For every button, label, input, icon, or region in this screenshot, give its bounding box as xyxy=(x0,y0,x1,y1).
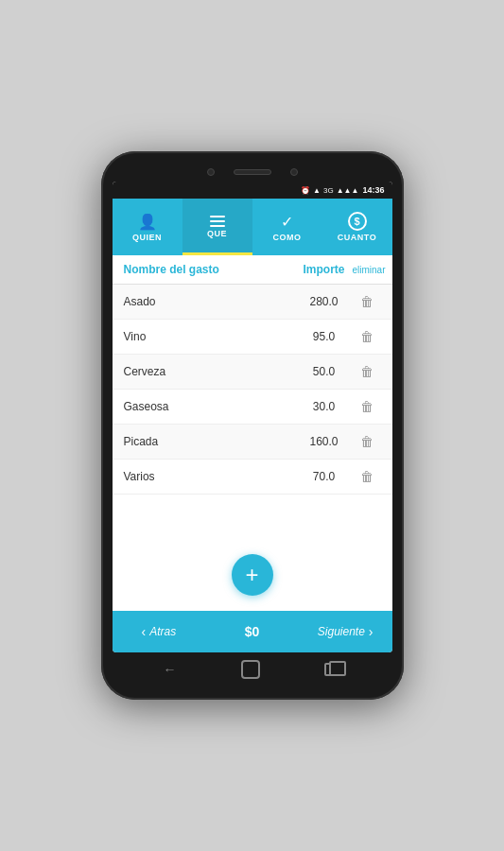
trash-icon-5: 🗑 xyxy=(360,469,374,484)
back-arrow-icon: ‹ xyxy=(141,624,146,639)
hw-home-button[interactable] xyxy=(241,660,260,679)
add-button-container: + xyxy=(113,539,392,611)
expense-name: Varios xyxy=(124,470,296,483)
expense-amount: 30.0 xyxy=(296,400,353,413)
table-row: Varios 70.0 🗑 xyxy=(113,460,392,495)
trash-icon-0: 🗑 xyxy=(360,294,374,309)
delete-button-5[interactable]: 🗑 xyxy=(353,469,381,484)
trash-icon-1: 🗑 xyxy=(360,329,374,344)
expense-name: Picada xyxy=(124,435,296,448)
tab-como-label: COMO xyxy=(273,233,302,242)
status-bar: ⏰ ▲ 3G ▲▲▲ 14:36 xyxy=(113,182,392,199)
table-row: Vino 95.0 🗑 xyxy=(113,320,392,355)
phone-top xyxy=(113,168,392,176)
expense-name: Asado xyxy=(124,295,296,308)
total-amount-display: $0 xyxy=(205,624,299,639)
next-arrow-icon: › xyxy=(369,624,374,639)
expense-table: Nombre del gasto Importe eliminar Asado … xyxy=(113,255,392,539)
tab-que[interactable]: QUE xyxy=(182,199,252,255)
network-label: 3G xyxy=(323,186,334,195)
check-icon: ✓ xyxy=(281,213,293,231)
table-row: Asado 280.0 🗑 xyxy=(113,285,392,320)
phone-frame: ⏰ ▲ 3G ▲▲▲ 14:36 👤 QUIEN QUE xyxy=(101,151,404,700)
wifi-icon: ▲ xyxy=(313,186,321,195)
total-amount: $0 xyxy=(245,624,260,639)
tab-quien-label: QUIEN xyxy=(132,233,162,242)
col-name-header: Nombre del gasto xyxy=(124,263,296,276)
tab-como[interactable]: ✓ COMO xyxy=(252,199,322,255)
back-label: Atras xyxy=(149,625,176,638)
signal-icon: ▲▲▲ xyxy=(337,186,359,195)
tab-bar: 👤 QUIEN QUE ✓ COMO $ CUANTO xyxy=(113,199,392,255)
next-label: Siguiente xyxy=(318,625,365,638)
hw-recents-button[interactable] xyxy=(324,663,341,676)
expense-amount: 280.0 xyxy=(296,295,353,308)
table-row: Cerveza 50.0 🗑 xyxy=(113,355,392,390)
expense-amount: 95.0 xyxy=(296,330,353,343)
camera xyxy=(207,168,215,176)
dollar-circle-icon: $ xyxy=(348,212,367,231)
delete-button-1[interactable]: 🗑 xyxy=(353,329,381,344)
tab-cuanto[interactable]: $ CUANTO xyxy=(322,199,392,255)
hamburger-line-3 xyxy=(210,225,225,227)
add-expense-button[interactable]: + xyxy=(232,554,273,596)
expense-name: Cerveza xyxy=(124,365,296,378)
plus-icon: + xyxy=(245,564,258,586)
col-amount-header: Importe xyxy=(296,263,353,276)
hamburger-line-1 xyxy=(210,216,225,217)
trash-icon-2: 🗑 xyxy=(360,364,374,379)
expense-name: Vino xyxy=(124,330,296,343)
content-area: Nombre del gasto Importe eliminar Asado … xyxy=(113,255,392,611)
person-icon: 👤 xyxy=(138,213,157,231)
table-row: Picada 160.0 🗑 xyxy=(113,425,392,460)
alarm-icon: ⏰ xyxy=(301,186,310,195)
tab-quien[interactable]: 👤 QUIEN xyxy=(113,199,182,255)
expense-amount: 70.0 xyxy=(296,470,353,483)
expense-name: Gaseosa xyxy=(124,400,296,413)
screen: ⏰ ▲ 3G ▲▲▲ 14:36 👤 QUIEN QUE xyxy=(113,182,392,652)
expense-amount: 160.0 xyxy=(296,435,353,448)
trash-icon-4: 🗑 xyxy=(360,434,374,449)
camera-2 xyxy=(290,168,298,176)
hamburger-icon xyxy=(210,216,225,227)
delete-button-3[interactable]: 🗑 xyxy=(353,399,381,414)
status-icons: ⏰ ▲ 3G ▲▲▲ xyxy=(301,186,358,195)
delete-button-2[interactable]: 🗑 xyxy=(353,364,381,379)
delete-button-0[interactable]: 🗑 xyxy=(353,294,381,309)
delete-button-4[interactable]: 🗑 xyxy=(353,434,381,449)
tab-que-label: QUE xyxy=(207,229,227,238)
bottom-navigation: ‹ Atras $0 Siguiente › xyxy=(113,611,392,652)
trash-icon-3: 🗑 xyxy=(360,399,374,414)
hw-back-button[interactable]: ← xyxy=(164,662,177,677)
next-button[interactable]: Siguiente › xyxy=(299,611,392,652)
tab-cuanto-label: CUANTO xyxy=(338,233,376,242)
table-header: Nombre del gasto Importe eliminar xyxy=(113,255,392,285)
col-action-header: eliminar xyxy=(353,265,381,275)
status-time: 14:36 xyxy=(362,185,384,195)
expense-amount: 50.0 xyxy=(296,365,353,378)
hamburger-line-2 xyxy=(210,220,225,222)
hardware-buttons: ← xyxy=(113,652,392,683)
speaker xyxy=(234,169,271,175)
table-row: Gaseosa 30.0 🗑 xyxy=(113,390,392,425)
back-button[interactable]: ‹ Atras xyxy=(113,611,206,652)
